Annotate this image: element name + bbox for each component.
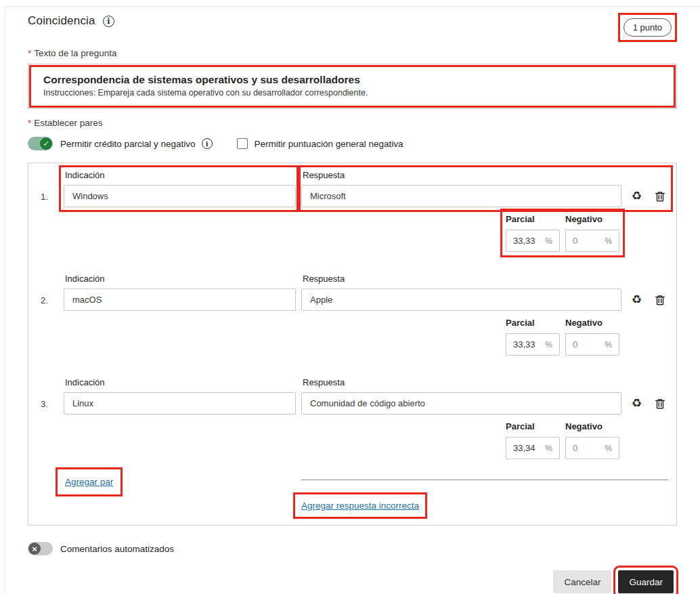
recycle-icon: ♻ <box>632 294 642 305</box>
trash-icon <box>654 294 666 306</box>
trash-icon <box>654 190 666 203</box>
delete-pair-button[interactable] <box>653 293 666 306</box>
required-asterisk: * <box>28 48 31 58</box>
pairs-panel: 1. Indicación Respuesta ♻ <box>28 163 677 526</box>
reuse-answer-button[interactable]: ♻ <box>630 293 643 306</box>
scores-annotation-box: Parcial 33,33% Negativo 0% <box>506 214 619 252</box>
pairs-section-label: *Establecer pares <box>28 118 677 128</box>
partial-percent-input[interactable]: 33,33% <box>506 333 560 356</box>
pair-number: 3. <box>38 377 58 415</box>
negative-percent-input[interactable]: 0% <box>565 230 619 252</box>
recycle-icon: ♻ <box>632 190 642 202</box>
answer-input[interactable] <box>301 185 621 207</box>
prompt-column-label: Indicación <box>65 377 296 387</box>
incorrect-answer-section: Agregar respuesta incorrecta <box>301 480 668 511</box>
question-text-label: *Texto de la pregunta <box>28 48 677 58</box>
automated-feedback-row: × Comentarios automatizados <box>28 542 677 555</box>
negative-percent-input[interactable]: 0% <box>565 333 619 356</box>
automated-feedback-label: Comentarios automatizados <box>60 544 174 554</box>
required-asterisk: * <box>28 118 31 128</box>
question-instructions: Instrucciones: Empareja cada sistema ope… <box>43 88 664 98</box>
negative-column-label: Negativo <box>565 421 619 431</box>
pair-row: 3. Indicación Respuesta ♻ <box>38 377 668 459</box>
cross-icon: × <box>28 543 41 555</box>
negative-column-label: Negativo <box>565 214 619 224</box>
answer-input[interactable] <box>301 289 621 311</box>
info-icon[interactable]: i <box>202 138 213 149</box>
answer-column-label: Respuesta <box>303 274 668 284</box>
points-button[interactable]: 1 punto <box>624 18 672 37</box>
automated-feedback-toggle[interactable]: × <box>28 542 53 555</box>
pair-row: 1. Indicación Respuesta ♻ <box>38 170 668 252</box>
question-text-editor[interactable]: Correspondencia de sistemas operativos y… <box>28 64 677 109</box>
save-button[interactable]: Guardar <box>618 570 674 593</box>
partial-percent-input[interactable]: 33,33% <box>506 230 560 252</box>
partial-percent-input[interactable]: 33,34% <box>506 437 560 459</box>
partial-credit-toggle[interactable]: ✓ <box>28 137 53 150</box>
scoring-options-row: ✓ Permitir crédito parcial y negativo i … <box>28 137 677 150</box>
question-editor-card: Coincidencia i 1 punto *Texto de la preg… <box>5 6 700 594</box>
header: Coincidencia i 1 punto <box>28 14 677 37</box>
pair-row: 2. Indicación Respuesta ♻ <box>38 274 668 356</box>
answer-input[interactable] <box>301 392 621 415</box>
add-incorrect-answer-link[interactable]: Agregar respuesta incorrecta <box>301 501 419 511</box>
reuse-answer-button[interactable]: ♻ <box>630 190 643 203</box>
partial-column-label: Parcial <box>506 214 560 224</box>
points-annotation-box: 1 punto <box>624 18 672 37</box>
partial-column-label: Parcial <box>506 421 560 431</box>
negative-column-label: Negativo <box>565 318 619 328</box>
recycle-icon: ♻ <box>632 398 642 409</box>
action-buttons: Cancelar Guardar <box>28 570 677 593</box>
negative-score-checkbox[interactable] <box>237 138 248 149</box>
partial-column-label: Parcial <box>506 318 560 328</box>
negative-percent-input[interactable]: 0% <box>565 437 619 459</box>
question-annotation-box: Correspondencia de sistemas operativos y… <box>29 65 676 108</box>
negative-score-checkbox-label: Permitir puntuación general negativa <box>255 139 403 149</box>
answer-annotation-box: Respuesta ♻ <box>301 170 668 207</box>
prompt-input[interactable] <box>64 392 296 415</box>
question-title: Correspondencia de sistemas operativos y… <box>43 74 664 86</box>
check-icon: ✓ <box>40 137 52 150</box>
prompt-column-label: Indicación <box>65 170 296 180</box>
pairs-panel-footer: Agregar par Agregar respuesta incorrecta <box>38 480 668 511</box>
prompt-annotation-box: Indicación <box>64 170 296 207</box>
trash-icon <box>654 398 666 410</box>
pair-number: 2. <box>38 274 58 311</box>
prompt-column-label: Indicación <box>65 274 296 284</box>
pair-number: 1. <box>38 170 58 207</box>
delete-pair-button[interactable] <box>653 190 666 203</box>
delete-pair-button[interactable] <box>653 397 666 410</box>
info-icon[interactable]: i <box>103 16 114 27</box>
cancel-button[interactable]: Cancelar <box>553 570 611 593</box>
prompt-input[interactable] <box>64 289 296 311</box>
page-title: Coincidencia <box>28 14 95 28</box>
answer-column-label: Respuesta <box>303 170 668 180</box>
reuse-answer-button[interactable]: ♻ <box>630 397 643 410</box>
add-pair-link[interactable]: Agregar par <box>65 477 113 487</box>
answer-column-label: Respuesta <box>303 377 668 387</box>
prompt-input[interactable] <box>64 185 296 207</box>
partial-credit-toggle-label: Permitir crédito parcial y negativo <box>60 139 196 149</box>
